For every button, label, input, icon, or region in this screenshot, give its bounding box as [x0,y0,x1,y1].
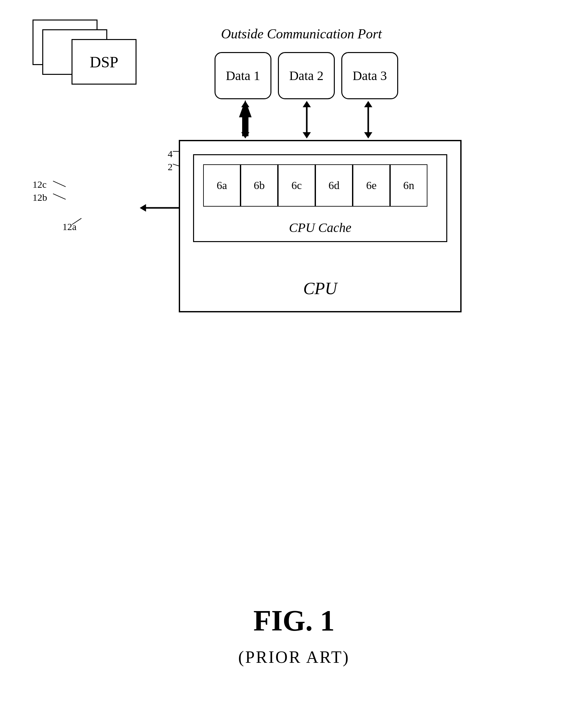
ref-2: 2 [168,161,173,173]
data-box-2-wrapper: Data 2 [278,52,335,99]
cache-cell-6e: 6e [353,164,390,207]
cache-cell-6d: 6d [315,164,353,207]
ref-12a: 12a [62,221,76,232]
svg-marker-4 [241,132,249,138]
diagram-svg [32,20,556,644]
data-box-3-wrapper: Data 3 [341,52,398,99]
svg-line-14 [53,193,66,199]
svg-marker-17 [140,204,146,211]
cache-cell-6a: 6a [203,164,241,207]
cpu-outer-box: 6a 6b 6c 6d 6e 6n CPU Cache CPU [179,140,461,312]
fig-label: FIG. 1 [0,604,588,637]
svg-marker-6 [303,101,311,107]
ref-4: 4 [168,148,173,159]
cache-cells-row: 6a 6b 6c 6d 6e 6n [203,164,427,207]
ref-12b: 12b [32,192,47,203]
svg-marker-9 [364,101,372,107]
cpu-cache-label: CPU Cache [194,220,446,235]
data-box-2: Data 2 [278,52,335,99]
data-boxes-row: Data 1 Data 2 Data 3 [215,52,398,99]
dsp-box: DSP [72,39,137,85]
ref-12c: 12c [32,179,47,190]
svg-marker-3 [241,101,249,107]
outside-comm-label: Outside Communication Port [221,26,382,42]
cache-cell-6n: 6n [390,164,427,207]
cpu-cache-box: 6a 6b 6c 6d 6e 6n CPU Cache [193,154,447,242]
prior-art-label: (PRIOR ART) [0,648,588,667]
cache-cell-6b: 6b [241,164,278,207]
diagram-container: Outside Communication Port 20a 20b 20c D… [32,20,556,644]
svg-marker-10 [364,132,372,138]
svg-marker-1 [239,102,252,138]
cpu-label: CPU [180,279,460,298]
data-box-3: Data 3 [341,52,398,99]
data-box-1-wrapper: Data 1 [215,52,272,99]
svg-marker-7 [303,132,311,138]
cache-cell-6c: 6c [278,164,315,207]
svg-marker-0 [239,100,252,136]
data-box-1: Data 1 [215,52,272,99]
svg-line-13 [53,181,66,186]
